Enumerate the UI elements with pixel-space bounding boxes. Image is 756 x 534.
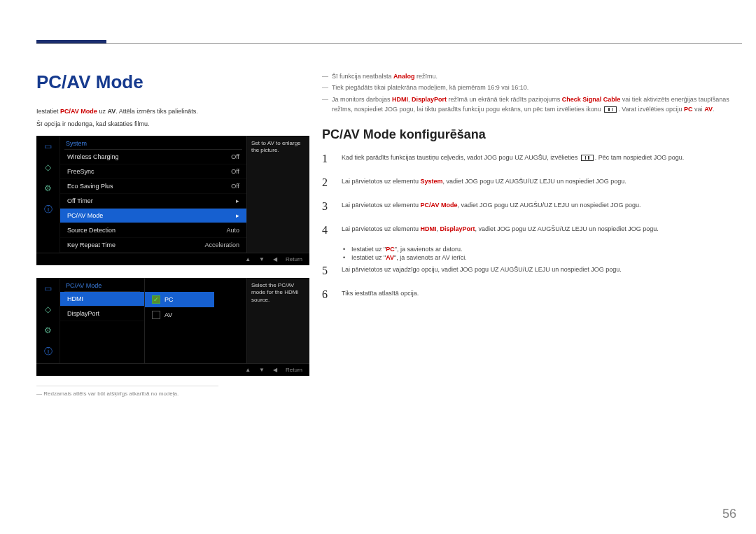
intro-line-2: Šī opcija ir noderīga, kad skatāties fil…: [36, 120, 309, 129]
page-number: 56: [722, 507, 736, 521]
bold-pcav: PC/AV Mode: [421, 202, 458, 209]
checkmark-icon: ✓: [152, 295, 160, 304]
osd-hint: Select the PC/AV mode for the HDMI sourc…: [246, 278, 309, 363]
menu-icon: [604, 106, 617, 113]
osd-menu-system: ▭ ◇ ⚙ ⓘ System Wireless ChargingOff Free…: [36, 136, 309, 265]
checkbox-empty-icon: ✓: [152, 311, 160, 319]
step-text: Lai pārvietotos uz elementu System, vadi…: [342, 174, 626, 191]
crop-icon: ◇: [36, 299, 59, 320]
gear-icon: ⚙: [36, 178, 59, 199]
step-number: 6: [322, 286, 332, 303]
text: Lai pārvietotos uz elementu: [342, 178, 421, 185]
step-number: 5: [322, 262, 332, 279]
value: Off: [231, 153, 239, 160]
label: AV: [164, 311, 172, 318]
info-icon: ⓘ: [36, 199, 59, 220]
text: Iestatiet uz ": [351, 254, 386, 261]
label: PC: [164, 296, 174, 303]
step-number: 4: [322, 222, 332, 239]
menu-icon: [581, 155, 594, 161]
osd-row: Key Repeat TimeAcceleration: [60, 238, 246, 253]
osd-main: System Wireless ChargingOff FreeSyncOff …: [60, 136, 246, 253]
info-icon: ⓘ: [36, 341, 59, 362]
osd-option-pc: ✓ PC: [145, 292, 214, 307]
value: Auto: [226, 227, 239, 234]
osd-row-selected: PC/AV Mode▸: [60, 209, 246, 223]
value: ▸: [236, 197, 239, 204]
subheading: PC/AV Mode konfigurēšana: [322, 127, 735, 142]
text: vai: [693, 106, 705, 113]
label: PC/AV Mode: [67, 212, 103, 219]
osd-row: FreeSyncOff: [60, 164, 246, 179]
up-icon: ▲: [245, 367, 251, 373]
page-title: PC/AV Mode: [36, 71, 309, 93]
note-analog: Šī funkcija neatbalsta Analog režīmu.: [322, 71, 735, 81]
text: Lai pārvietotos uz elementu: [342, 225, 421, 232]
osd-row: Wireless ChargingOff: [60, 150, 246, 164]
text: . Pēc tam nospiediet JOG pogu.: [595, 154, 685, 161]
text: . Attēla izmērs tiks palielināts.: [115, 108, 198, 115]
text: Iestatiet: [36, 108, 60, 115]
step-text: Tiks iestatīta atlasītā opcija.: [342, 286, 419, 303]
step-5: 5 Lai pārvietotos uz vajadzīgo opciju, v…: [322, 262, 735, 279]
osd-option-av: ✓ AV: [145, 307, 214, 323]
return-label: Return: [286, 256, 302, 262]
text: režīmu.: [415, 73, 438, 80]
label: FreeSync: [67, 168, 94, 175]
left-column: PC/AV Mode Iestatiet PC/AV Mode uz AV. A…: [36, 71, 309, 397]
bold-av: AV: [386, 254, 394, 261]
text: , vadiet JOG pogu UZ AUGŠU/UZ LEJU un no…: [475, 225, 659, 232]
monitor-icon: ▭: [36, 278, 59, 299]
step-4-sub1: Iestatiet uz "PC", ja savienots ar dator…: [343, 246, 735, 253]
return-label: Return: [286, 367, 302, 373]
osd-sub-row-dp: DisplayPort: [60, 307, 144, 321]
text: , vadiet JOG pogu UZ AUGŠU/UZ LEJU un no…: [457, 202, 640, 209]
text: Lai pārvietotos uz elementu: [342, 202, 421, 209]
step-1: 1 Kad tiek parādīts funkcijas taustiņu c…: [322, 150, 735, 167]
value: Acceleration: [204, 241, 239, 248]
text: , vadiet JOG pogu UZ AUGŠU/UZ LEJU un no…: [443, 178, 626, 185]
text: ", ja savienots ar AV ierīci.: [394, 254, 467, 261]
bold-pc: PC: [386, 246, 395, 253]
bold-analog: Analog: [393, 73, 415, 80]
bold-pc: PC: [684, 106, 693, 113]
step-6: 6 Tiks iestatīta atlasītā opcija.: [322, 286, 735, 303]
text: . Varat izvēlēties opciju: [618, 106, 684, 113]
note-signal: Ja monitors darbojas HDMI, DisplayPort r…: [322, 94, 735, 115]
text: ", ja savienots ar datoru.: [395, 246, 463, 253]
osd-sub-mid: ✓ PC ✓ AV: [144, 278, 214, 363]
value: Off: [231, 183, 239, 190]
osd-header: System: [60, 136, 246, 149]
down-icon: ▼: [259, 367, 265, 373]
osd-footer: ▲ ▼ ◀ Return: [36, 363, 309, 376]
label: Key Repeat Time: [67, 241, 115, 248]
step-text: Lai pārvietotos uz elementu PC/AV Mode, …: [342, 198, 641, 215]
osd-sidebar: ▭ ◇ ⚙ ⓘ: [36, 136, 60, 253]
text: Šī funkcija neatbalsta: [332, 73, 393, 80]
osd-footer: ▲ ▼ ◀ Return: [36, 253, 309, 265]
step-4-sub2: Iestatiet uz "AV", ja savienots ar AV ie…: [343, 254, 735, 261]
step-number: 2: [322, 174, 332, 191]
bold-av: AV: [704, 106, 713, 113]
osd-sidebar: ▭ ◇ ⚙ ⓘ: [36, 278, 60, 363]
steps-list: 1 Kad tiek parādīts funkcijas taustiņu c…: [322, 150, 735, 303]
label: Wireless Charging: [67, 153, 119, 160]
image-disclaimer: ― Redzamais attēls var būt atšķirīgs atk…: [36, 386, 218, 397]
label: Off Timer: [67, 197, 93, 204]
bold-dp: DisplayPort: [412, 96, 447, 103]
step-3: 3 Lai pārvietotos uz elementu PC/AV Mode…: [322, 198, 735, 215]
text: .: [713, 106, 715, 113]
bold-pcav: PC/AV Mode: [60, 108, 97, 115]
note-widescreen: Tiek piegādāts tikai platekrāna modeļiem…: [322, 83, 735, 92]
bold-system: System: [421, 178, 443, 185]
up-icon: ▲: [245, 256, 251, 262]
text: Ja monitors darbojas: [332, 96, 392, 103]
bold-dp: DisplayPort: [440, 225, 475, 232]
bold-hdmi: HDMI: [421, 225, 437, 232]
text: režīmā un ekrānā tiek rādīts paziņojums: [447, 96, 562, 103]
bold-av: AV: [107, 108, 115, 115]
osd-sub-left: PC/AV Mode HDMI DisplayPort: [60, 278, 144, 363]
osd-sub-row-hdmi: HDMI: [60, 292, 144, 307]
step-number: 1: [322, 150, 332, 167]
text: uz: [97, 108, 108, 115]
